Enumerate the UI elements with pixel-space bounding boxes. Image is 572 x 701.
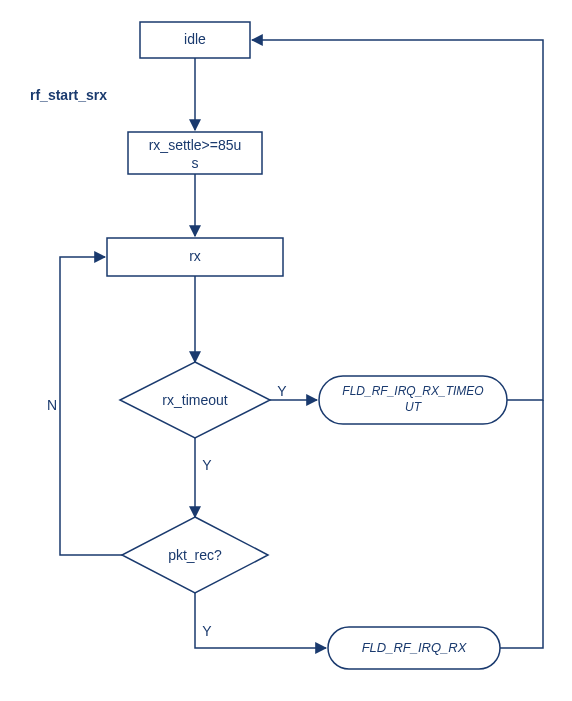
node-rx-timeout: rx_timeout — [120, 362, 270, 438]
flowchart-diagram: idle rf_start_srx rx_settle>=85u s rx rx… — [0, 0, 572, 701]
edge-rxtimeout-y1-label: Y — [277, 383, 287, 399]
annotation-start: rf_start_srx — [30, 87, 107, 103]
node-rx-settle: rx_settle>=85u s — [128, 132, 262, 174]
edge-irqtimeout-to-idle — [252, 40, 543, 400]
node-pkt-rec: pkt_rec? — [122, 517, 268, 593]
node-idle: idle — [140, 22, 250, 58]
node-irq-timeout-label-2: UT — [405, 400, 423, 414]
node-irq-rx: FLD_RF_IRQ_RX — [328, 627, 500, 669]
edge-pktrec-n-label: N — [47, 397, 57, 413]
edge-rxtimeout-y2-label: Y — [202, 457, 212, 473]
node-irq-timeout-label-1: FLD_RF_IRQ_RX_TIMEO — [342, 384, 483, 398]
node-rx-timeout-label: rx_timeout — [162, 392, 227, 408]
node-irq-timeout: FLD_RF_IRQ_RX_TIMEO UT — [319, 376, 507, 424]
node-rx: rx — [107, 238, 283, 276]
edge-pktrec-y-to-irqrx — [195, 593, 326, 648]
node-irq-rx-label: FLD_RF_IRQ_RX — [362, 640, 468, 655]
node-rx-settle-label-1: rx_settle>=85u — [149, 137, 242, 153]
node-rx-label: rx — [189, 248, 201, 264]
edge-pktrec-y-label: Y — [202, 623, 212, 639]
node-pkt-rec-label: pkt_rec? — [168, 547, 222, 563]
node-idle-label: idle — [184, 31, 206, 47]
edge-irqrx-to-idle — [500, 400, 543, 648]
node-rx-settle-label-2: s — [192, 155, 199, 171]
edge-pktrec-n-to-rx — [60, 257, 122, 555]
